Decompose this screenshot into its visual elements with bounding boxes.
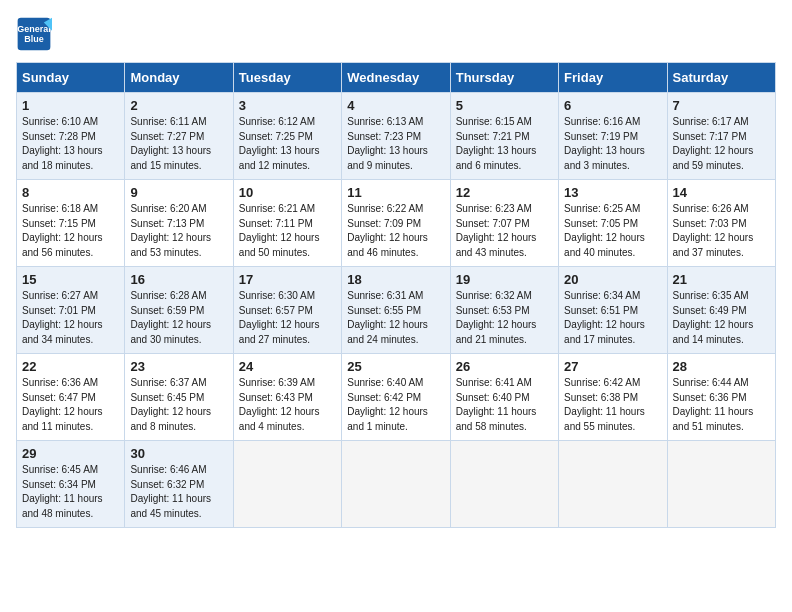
day-number: 6 (564, 98, 661, 113)
day-info: Sunrise: 6:21 AMSunset: 7:11 PMDaylight:… (239, 202, 336, 260)
calendar-day-cell (450, 441, 558, 528)
weekday-header: Tuesday (233, 63, 341, 93)
calendar-day-cell: 3Sunrise: 6:12 AMSunset: 7:25 PMDaylight… (233, 93, 341, 180)
calendar-header: SundayMondayTuesdayWednesdayThursdayFrid… (17, 63, 776, 93)
day-number: 25 (347, 359, 444, 374)
day-number: 18 (347, 272, 444, 287)
day-info: Sunrise: 6:28 AMSunset: 6:59 PMDaylight:… (130, 289, 227, 347)
calendar-day-cell (342, 441, 450, 528)
logo-icon: General Blue (16, 16, 52, 52)
day-number: 1 (22, 98, 119, 113)
calendar-day-cell: 24Sunrise: 6:39 AMSunset: 6:43 PMDayligh… (233, 354, 341, 441)
day-number: 24 (239, 359, 336, 374)
day-number: 30 (130, 446, 227, 461)
day-number: 22 (22, 359, 119, 374)
day-info: Sunrise: 6:34 AMSunset: 6:51 PMDaylight:… (564, 289, 661, 347)
calendar-day-cell: 13Sunrise: 6:25 AMSunset: 7:05 PMDayligh… (559, 180, 667, 267)
calendar-day-cell: 19Sunrise: 6:32 AMSunset: 6:53 PMDayligh… (450, 267, 558, 354)
calendar-day-cell: 11Sunrise: 6:22 AMSunset: 7:09 PMDayligh… (342, 180, 450, 267)
calendar-day-cell: 4Sunrise: 6:13 AMSunset: 7:23 PMDaylight… (342, 93, 450, 180)
calendar-day-cell: 16Sunrise: 6:28 AMSunset: 6:59 PMDayligh… (125, 267, 233, 354)
day-info: Sunrise: 6:17 AMSunset: 7:17 PMDaylight:… (673, 115, 770, 173)
day-info: Sunrise: 6:13 AMSunset: 7:23 PMDaylight:… (347, 115, 444, 173)
day-info: Sunrise: 6:15 AMSunset: 7:21 PMDaylight:… (456, 115, 553, 173)
day-number: 2 (130, 98, 227, 113)
day-info: Sunrise: 6:46 AMSunset: 6:32 PMDaylight:… (130, 463, 227, 521)
svg-text:General: General (17, 24, 51, 34)
day-info: Sunrise: 6:39 AMSunset: 6:43 PMDaylight:… (239, 376, 336, 434)
calendar-day-cell: 5Sunrise: 6:15 AMSunset: 7:21 PMDaylight… (450, 93, 558, 180)
calendar-day-cell: 2Sunrise: 6:11 AMSunset: 7:27 PMDaylight… (125, 93, 233, 180)
day-number: 10 (239, 185, 336, 200)
calendar-day-cell: 18Sunrise: 6:31 AMSunset: 6:55 PMDayligh… (342, 267, 450, 354)
logo: General Blue (16, 16, 58, 52)
calendar-day-cell: 28Sunrise: 6:44 AMSunset: 6:36 PMDayligh… (667, 354, 775, 441)
svg-text:Blue: Blue (24, 34, 44, 44)
day-info: Sunrise: 6:40 AMSunset: 6:42 PMDaylight:… (347, 376, 444, 434)
calendar-day-cell: 1Sunrise: 6:10 AMSunset: 7:28 PMDaylight… (17, 93, 125, 180)
day-number: 13 (564, 185, 661, 200)
calendar-week-row: 29Sunrise: 6:45 AMSunset: 6:34 PMDayligh… (17, 441, 776, 528)
weekday-header: Sunday (17, 63, 125, 93)
calendar-day-cell: 29Sunrise: 6:45 AMSunset: 6:34 PMDayligh… (17, 441, 125, 528)
day-info: Sunrise: 6:42 AMSunset: 6:38 PMDaylight:… (564, 376, 661, 434)
day-number: 21 (673, 272, 770, 287)
calendar-day-cell (233, 441, 341, 528)
day-info: Sunrise: 6:16 AMSunset: 7:19 PMDaylight:… (564, 115, 661, 173)
calendar-day-cell: 27Sunrise: 6:42 AMSunset: 6:38 PMDayligh… (559, 354, 667, 441)
day-number: 23 (130, 359, 227, 374)
day-info: Sunrise: 6:35 AMSunset: 6:49 PMDaylight:… (673, 289, 770, 347)
calendar-day-cell: 23Sunrise: 6:37 AMSunset: 6:45 PMDayligh… (125, 354, 233, 441)
day-info: Sunrise: 6:32 AMSunset: 6:53 PMDaylight:… (456, 289, 553, 347)
calendar-day-cell: 8Sunrise: 6:18 AMSunset: 7:15 PMDaylight… (17, 180, 125, 267)
calendar-day-cell: 14Sunrise: 6:26 AMSunset: 7:03 PMDayligh… (667, 180, 775, 267)
day-number: 11 (347, 185, 444, 200)
weekday-header: Friday (559, 63, 667, 93)
day-info: Sunrise: 6:12 AMSunset: 7:25 PMDaylight:… (239, 115, 336, 173)
day-info: Sunrise: 6:45 AMSunset: 6:34 PMDaylight:… (22, 463, 119, 521)
calendar-table: SundayMondayTuesdayWednesdayThursdayFrid… (16, 62, 776, 528)
day-number: 29 (22, 446, 119, 461)
day-info: Sunrise: 6:31 AMSunset: 6:55 PMDaylight:… (347, 289, 444, 347)
calendar-week-row: 22Sunrise: 6:36 AMSunset: 6:47 PMDayligh… (17, 354, 776, 441)
day-number: 3 (239, 98, 336, 113)
day-number: 12 (456, 185, 553, 200)
day-number: 7 (673, 98, 770, 113)
day-info: Sunrise: 6:36 AMSunset: 6:47 PMDaylight:… (22, 376, 119, 434)
calendar-week-row: 15Sunrise: 6:27 AMSunset: 7:01 PMDayligh… (17, 267, 776, 354)
weekday-header: Monday (125, 63, 233, 93)
calendar-day-cell: 17Sunrise: 6:30 AMSunset: 6:57 PMDayligh… (233, 267, 341, 354)
page-header: General Blue (16, 16, 776, 52)
calendar-day-cell: 9Sunrise: 6:20 AMSunset: 7:13 PMDaylight… (125, 180, 233, 267)
day-info: Sunrise: 6:11 AMSunset: 7:27 PMDaylight:… (130, 115, 227, 173)
calendar-day-cell (559, 441, 667, 528)
day-number: 27 (564, 359, 661, 374)
day-number: 20 (564, 272, 661, 287)
day-info: Sunrise: 6:18 AMSunset: 7:15 PMDaylight:… (22, 202, 119, 260)
day-info: Sunrise: 6:23 AMSunset: 7:07 PMDaylight:… (456, 202, 553, 260)
weekday-header: Wednesday (342, 63, 450, 93)
day-number: 16 (130, 272, 227, 287)
day-info: Sunrise: 6:26 AMSunset: 7:03 PMDaylight:… (673, 202, 770, 260)
calendar-day-cell: 25Sunrise: 6:40 AMSunset: 6:42 PMDayligh… (342, 354, 450, 441)
calendar-day-cell: 12Sunrise: 6:23 AMSunset: 7:07 PMDayligh… (450, 180, 558, 267)
day-info: Sunrise: 6:10 AMSunset: 7:28 PMDaylight:… (22, 115, 119, 173)
weekday-header: Thursday (450, 63, 558, 93)
day-number: 28 (673, 359, 770, 374)
calendar-day-cell (667, 441, 775, 528)
day-info: Sunrise: 6:30 AMSunset: 6:57 PMDaylight:… (239, 289, 336, 347)
day-info: Sunrise: 6:27 AMSunset: 7:01 PMDaylight:… (22, 289, 119, 347)
calendar-day-cell: 6Sunrise: 6:16 AMSunset: 7:19 PMDaylight… (559, 93, 667, 180)
day-number: 5 (456, 98, 553, 113)
day-number: 14 (673, 185, 770, 200)
day-number: 8 (22, 185, 119, 200)
calendar-day-cell: 15Sunrise: 6:27 AMSunset: 7:01 PMDayligh… (17, 267, 125, 354)
day-info: Sunrise: 6:25 AMSunset: 7:05 PMDaylight:… (564, 202, 661, 260)
day-number: 26 (456, 359, 553, 374)
day-number: 15 (22, 272, 119, 287)
day-number: 9 (130, 185, 227, 200)
day-info: Sunrise: 6:44 AMSunset: 6:36 PMDaylight:… (673, 376, 770, 434)
calendar-day-cell: 20Sunrise: 6:34 AMSunset: 6:51 PMDayligh… (559, 267, 667, 354)
calendar-day-cell: 30Sunrise: 6:46 AMSunset: 6:32 PMDayligh… (125, 441, 233, 528)
day-info: Sunrise: 6:37 AMSunset: 6:45 PMDaylight:… (130, 376, 227, 434)
